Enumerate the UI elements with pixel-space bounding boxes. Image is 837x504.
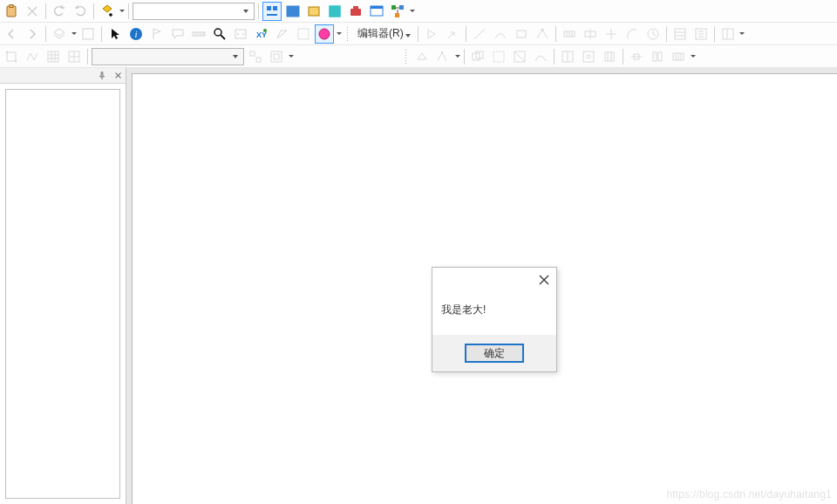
svg-rect-55	[658, 52, 662, 61]
extend-icon[interactable]	[581, 24, 600, 44]
separator	[87, 49, 88, 65]
pin-icon[interactable]	[96, 70, 108, 82]
svg-rect-20	[235, 30, 246, 38]
toc-icon[interactable]	[78, 24, 98, 44]
measure-icon[interactable]	[273, 24, 292, 44]
find-icon[interactable]	[210, 24, 229, 44]
info-icon[interactable]: i	[126, 24, 146, 44]
grid1-icon[interactable]	[44, 47, 63, 66]
paste-icon[interactable]	[2, 2, 21, 21]
vertex-icon[interactable]	[533, 24, 552, 44]
python-window-icon[interactable]	[367, 2, 386, 21]
scale-combo[interactable]	[133, 3, 255, 20]
overflow-dropdown[interactable]	[409, 2, 415, 21]
separator	[258, 3, 259, 19]
dialog-close-icon[interactable]	[537, 273, 551, 287]
dialog-titlebar[interactable]	[432, 268, 556, 292]
layer-combo[interactable]	[92, 48, 244, 65]
overflow-dropdown[interactable]	[690, 47, 696, 66]
pointer-icon[interactable]	[105, 24, 125, 44]
delete-icon[interactable]	[23, 2, 42, 21]
layers-icon[interactable]	[50, 24, 69, 44]
back-icon[interactable]	[2, 24, 21, 44]
svg-rect-2	[267, 6, 271, 10]
topo6-icon[interactable]	[531, 47, 550, 66]
svg-point-44	[441, 51, 443, 52]
box-icon[interactable]	[231, 24, 250, 44]
edit-arrow-icon[interactable]	[443, 24, 462, 44]
topo10-icon[interactable]	[627, 47, 646, 66]
svg-rect-14	[395, 13, 399, 17]
svg-rect-47	[493, 51, 504, 62]
edit-play-icon[interactable]	[422, 24, 441, 44]
separator	[128, 3, 129, 19]
topo1-icon[interactable]	[412, 47, 432, 66]
task1-icon[interactable]	[246, 47, 265, 66]
grid2-icon[interactable]	[65, 47, 84, 66]
topo3-icon[interactable]	[468, 47, 487, 66]
close-icon[interactable]	[112, 70, 124, 82]
xy-icon[interactable]: XY	[252, 24, 271, 44]
svg-rect-52	[605, 52, 614, 61]
select-rect-icon[interactable]	[294, 24, 313, 44]
topo4-icon[interactable]	[489, 47, 508, 66]
svg-rect-54	[653, 52, 657, 61]
svg-rect-32	[675, 29, 685, 39]
editor-menu[interactable]: 编辑器(R)	[354, 24, 414, 44]
model-builder-icon[interactable]	[388, 2, 407, 21]
rotate-icon[interactable]	[602, 24, 621, 44]
forward-icon[interactable]	[23, 24, 42, 44]
ok-button[interactable]: 确定	[465, 344, 524, 363]
properties-icon[interactable]	[718, 24, 738, 44]
add-data-dropdown[interactable]	[119, 2, 125, 21]
redo-icon[interactable]	[71, 2, 90, 21]
topo2-icon[interactable]	[433, 47, 453, 66]
editor-toolbar-icon[interactable]	[262, 2, 282, 21]
topo9-icon[interactable]	[600, 47, 619, 66]
topo11-icon[interactable]	[648, 47, 667, 66]
flag-icon[interactable]	[147, 24, 167, 44]
chevron-down-icon	[405, 28, 411, 40]
separator	[554, 49, 555, 65]
layers-dropdown[interactable]	[71, 24, 77, 44]
bubble-icon[interactable]	[168, 24, 187, 44]
select-dropdown[interactable]	[336, 24, 342, 44]
topo12-icon[interactable]	[669, 47, 688, 66]
line-icon[interactable]	[470, 24, 489, 44]
separator	[45, 26, 46, 42]
attr-table-icon[interactable]	[670, 24, 690, 44]
svg-point-21	[237, 33, 239, 35]
toolbar-grip[interactable]	[346, 26, 350, 42]
topo8-icon[interactable]	[579, 47, 598, 66]
toolbar-grip[interactable]	[405, 49, 408, 65]
topo7-icon[interactable]	[558, 47, 577, 66]
list-window-icon[interactable]	[283, 2, 303, 21]
svg-point-22	[242, 33, 244, 35]
rect-tool-icon[interactable]	[512, 24, 531, 44]
arc-icon[interactable]	[623, 24, 642, 44]
undo-icon[interactable]	[50, 2, 69, 21]
svg-rect-40	[250, 51, 255, 56]
svg-rect-38	[48, 51, 58, 62]
curve-icon[interactable]	[491, 24, 510, 44]
task2-icon[interactable]	[267, 47, 286, 66]
catalog-icon[interactable]	[304, 2, 323, 21]
attr-form-icon[interactable]	[691, 24, 711, 44]
svg-text:i: i	[134, 29, 137, 39]
snap2-icon[interactable]	[23, 47, 42, 66]
select-circle-icon[interactable]	[315, 24, 334, 44]
ruler-icon[interactable]	[189, 24, 208, 44]
topo5-icon[interactable]	[510, 47, 529, 66]
snap1-icon[interactable]	[2, 47, 21, 66]
add-data-icon[interactable]	[98, 2, 117, 21]
clock-icon[interactable]	[643, 24, 663, 44]
toolbox-red-icon[interactable]	[346, 2, 365, 21]
cut-icon[interactable]	[560, 24, 579, 44]
overflow-dropdown[interactable]	[739, 24, 745, 44]
search-window-icon[interactable]	[325, 2, 344, 21]
overflow-dropdown[interactable]	[288, 47, 294, 66]
dialog-footer: 确定	[432, 335, 556, 371]
topo-dropdown[interactable]	[454, 47, 460, 66]
svg-rect-27	[517, 31, 526, 37]
svg-point-37	[15, 59, 17, 61]
